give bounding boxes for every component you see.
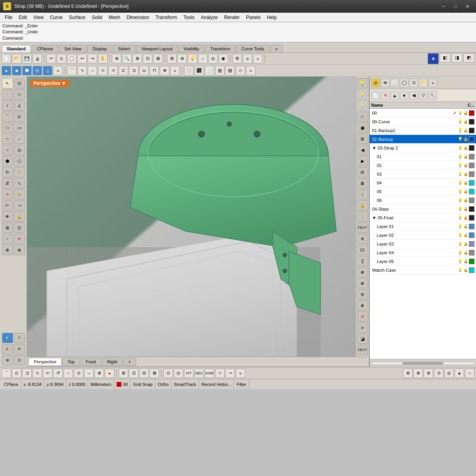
- toolbar-save[interactable]: 💾: [22, 54, 32, 63]
- tool-pt[interactable]: ·: [2, 89, 13, 100]
- layers-left[interactable]: ◀: [409, 91, 418, 100]
- tool-curve1[interactable]: ⌒: [67, 66, 77, 75]
- layers-delete[interactable]: ✕: [381, 91, 390, 100]
- rvt-cplane[interactable]: ⊟: [357, 167, 368, 177]
- menu-render[interactable]: Render: [221, 14, 243, 21]
- horizontal-scrollbar[interactable]: [371, 362, 474, 365]
- tool-surf2[interactable]: ⬛: [194, 66, 204, 75]
- layer-row-backup[interactable]: 02-Backup 💡 🔒: [370, 135, 476, 144]
- toolbar-render[interactable]: ○: [198, 54, 207, 63]
- menu-mesh[interactable]: Mesh: [106, 14, 123, 21]
- tab-more[interactable]: »: [270, 45, 283, 52]
- tool-cone[interactable]: △: [43, 66, 52, 75]
- btool-r7[interactable]: ○: [465, 369, 474, 378]
- rvt-shade[interactable]: ◪: [357, 334, 368, 344]
- btool-1[interactable]: ⌒: [2, 369, 11, 378]
- btool-6[interactable]: ↺: [53, 369, 63, 378]
- menu-help[interactable]: Help: [264, 14, 280, 21]
- prop-eye[interactable]: 👁: [381, 79, 390, 87]
- tool-surf6[interactable]: ◇: [236, 66, 245, 75]
- rvt-cplane2[interactable]: ⊠: [357, 178, 368, 188]
- layer-row-00[interactable]: 00 ✓ 💡 🔒: [370, 109, 476, 117]
- tool-line2[interactable]: ∠: [14, 100, 25, 111]
- tool-curve8[interactable]: ⊔: [139, 66, 149, 75]
- status-cplane[interactable]: CPlane: [2, 379, 21, 389]
- rvt-analysis[interactable]: ⋮: [357, 211, 368, 222]
- tab-visibility[interactable]: Visibility: [178, 45, 205, 52]
- layer-row-backup2[interactable]: 01-Backup2 💡 🔒: [370, 126, 476, 135]
- layers-wrench[interactable]: 🔧: [428, 91, 437, 100]
- layer-row-l01[interactable]: Layer 01 💡 🔒: [370, 222, 476, 231]
- tool-x[interactable]: ✕: [14, 234, 25, 244]
- tool-curve7[interactable]: ⊐: [129, 66, 138, 75]
- menu-dimension[interactable]: Dimension: [123, 14, 152, 21]
- layer-row-06[interactable]: 06 💡 🔒: [370, 196, 476, 205]
- btool-4[interactable]: ∿: [33, 369, 42, 378]
- tool-view-right[interactable]: R: [14, 344, 25, 354]
- layer-color[interactable]: [469, 110, 474, 116]
- toolbar-snap[interactable]: ⊛: [177, 54, 187, 63]
- btool-15[interactable]: ⊠: [150, 369, 159, 378]
- tool-ellipse2[interactable]: ◎: [14, 145, 25, 155]
- status-grid[interactable]: Grid Snap: [131, 379, 155, 389]
- layer-row-l04[interactable]: Layer 04 💡 🔒: [370, 248, 476, 257]
- menu-edit[interactable]: Edit: [15, 14, 30, 21]
- menu-analyze[interactable]: Analyze: [198, 14, 221, 21]
- layer-row-l02[interactable]: Layer 02 💡 🔒: [370, 231, 476, 240]
- close-button[interactable]: ✕: [462, 2, 473, 10]
- toolbar-grid[interactable]: ⊞: [167, 54, 177, 63]
- layer-row-watchcase[interactable]: Watch-Case 💡 🔒: [370, 266, 476, 274]
- btool-20[interactable]: FAIR: [205, 369, 214, 378]
- tool-line[interactable]: /: [2, 100, 13, 111]
- layers-down[interactable]: ▼: [400, 91, 409, 100]
- toolbar-zoom-ext[interactable]: ⊠: [153, 54, 163, 63]
- minimize-button[interactable]: ─: [438, 2, 449, 10]
- tool-dim2[interactable]: ⊣: [14, 200, 25, 211]
- toolbar-view1[interactable]: ◈: [428, 53, 439, 64]
- btool-21[interactable]: ⊹: [215, 369, 225, 378]
- prop-more[interactable]: »: [428, 79, 437, 87]
- maximize-button[interactable]: □: [450, 2, 461, 10]
- rvt-lock[interactable]: 🔒: [357, 200, 368, 211]
- rvt-2[interactable]: [2]: [357, 245, 368, 255]
- tool-ellipse[interactable]: ○: [2, 145, 13, 155]
- tool-lock[interactable]: 🔒: [14, 211, 25, 222]
- toolbar-view3[interactable]: ◨: [451, 53, 463, 63]
- tool-curve10[interactable]: ⊕: [160, 66, 169, 75]
- btool-16[interactable]: ⊙: [163, 369, 173, 378]
- toolbar-print[interactable]: 🖨: [33, 54, 42, 63]
- rvt-text2[interactable]: TEXT: [357, 345, 368, 355]
- rvt-cam2[interactable]: ▣: [357, 123, 368, 133]
- tool-torus[interactable]: ◎: [33, 66, 42, 75]
- layer-row-l03[interactable]: Layer 03 💡 🔒: [370, 240, 476, 248]
- tool-view-persp[interactable]: P: [2, 333, 13, 343]
- toolbar-zoom-sel[interactable]: ⊡: [143, 54, 152, 63]
- tab-cplanes[interactable]: CPlanes: [32, 45, 59, 52]
- tool-eye[interactable]: 👁: [2, 211, 13, 222]
- layer-row-03[interactable]: 03 💡 🔒: [370, 170, 476, 178]
- rvt-dots[interactable]: ⣿: [357, 256, 368, 266]
- tool-surf5[interactable]: ▨: [225, 66, 235, 75]
- tab-transform[interactable]: Transform: [205, 45, 235, 52]
- rvt-move[interactable]: ↕: [357, 189, 368, 200]
- layer-row-02[interactable]: 02 💡 🔒: [370, 161, 476, 170]
- command-input[interactable]: [24, 36, 79, 40]
- tool-rotate[interactable]: ↻: [2, 167, 13, 177]
- btool-r1[interactable]: ⊕: [403, 369, 413, 378]
- layer-row-01[interactable]: 01 💡 🔒: [370, 152, 476, 161]
- vptab-front[interactable]: Front: [81, 358, 101, 366]
- tool-arc[interactable]: ∩: [2, 134, 13, 144]
- toolbar-undo[interactable]: ↩: [77, 54, 87, 63]
- vptab-right[interactable]: Right: [102, 358, 123, 366]
- toolbar-options[interactable]: ⚙: [232, 54, 242, 63]
- toolbar-move[interactable]: ⊕: [112, 54, 121, 63]
- layer-row-curve[interactable]: 00-Curve 💡 🔒: [370, 117, 476, 126]
- tool-poly2[interactable]: ⊙: [14, 111, 25, 122]
- btool-r6[interactable]: ●: [455, 369, 464, 378]
- tab-viewport-layout[interactable]: Viewport Layout: [136, 45, 178, 52]
- rvt-misc[interactable]: ⊕: [357, 267, 368, 277]
- btool-r2[interactable]: ⊗: [413, 369, 423, 378]
- tool-srf2[interactable]: ⬠: [14, 156, 25, 166]
- rvt-xred[interactable]: ✕: [357, 311, 368, 322]
- tool-misc1[interactable]: ⊕: [2, 245, 13, 255]
